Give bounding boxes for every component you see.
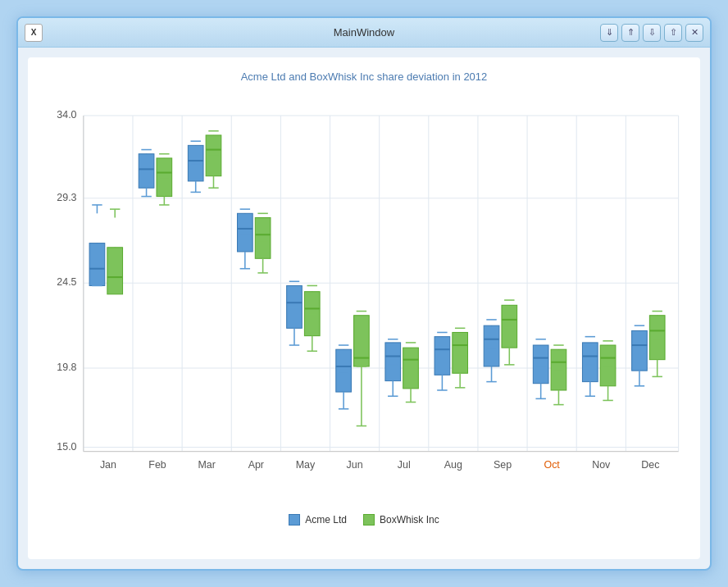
chart-legend: Acme Ltd BoxWhisk Inc	[41, 514, 687, 526]
app-icon: X	[25, 24, 43, 42]
svg-rect-156	[551, 349, 566, 390]
svg-text:Jan: Jan	[100, 459, 116, 471]
svg-rect-135	[484, 325, 499, 366]
main-window: X MainWindow ⇓ ⇑ ⇩ ⇧ ✕ Acme Ltd and BoxW…	[16, 16, 712, 571]
restore-up-button[interactable]: ⇧	[664, 24, 682, 42]
svg-rect-121	[435, 337, 450, 375]
svg-text:15.0: 15.0	[57, 441, 76, 453]
svg-text:34.0: 34.0	[57, 109, 76, 121]
svg-text:Oct: Oct	[544, 459, 560, 471]
svg-text:Jul: Jul	[398, 459, 411, 471]
svg-rect-0	[84, 111, 679, 452]
svg-text:Feb: Feb	[148, 459, 166, 471]
svg-text:May: May	[296, 459, 316, 471]
svg-text:Nov: Nov	[592, 459, 611, 471]
svg-rect-29	[107, 248, 123, 294]
svg-text:Dec: Dec	[641, 459, 659, 471]
window-title: MainWindow	[334, 26, 394, 39]
chart-area: 34.0 29.3 24.5 19.8 15.0	[41, 89, 687, 507]
legend-acme-label: Acme Ltd	[305, 514, 347, 526]
svg-text:Aug: Aug	[444, 459, 462, 471]
svg-text:Sep: Sep	[494, 459, 512, 471]
svg-rect-128	[453, 332, 468, 373]
svg-rect-177	[632, 330, 648, 371]
svg-rect-93	[336, 349, 352, 392]
chart-svg: 34.0 29.3 24.5 19.8 15.0	[41, 89, 687, 507]
restore-down-button[interactable]: ⇩	[643, 24, 661, 42]
svg-rect-142	[502, 305, 517, 348]
svg-text:Apr: Apr	[248, 459, 264, 471]
minimize-down-button[interactable]: ⇓	[600, 24, 618, 42]
svg-text:24.5: 24.5	[57, 276, 76, 288]
svg-text:19.8: 19.8	[57, 362, 76, 373]
maximize-up-button[interactable]: ⇑	[621, 24, 639, 42]
svg-text:Jun: Jun	[347, 459, 363, 471]
svg-rect-65	[238, 213, 253, 252]
legend-boxwhisk-label: BoxWhisk Inc	[380, 514, 439, 526]
chart-container: Acme Ltd and BoxWhisk Inc share deviatio…	[28, 57, 700, 559]
legend-boxwhisk-color	[363, 514, 375, 526]
titlebar: X MainWindow ⇓ ⇑ ⇩ ⇧ ✕	[18, 18, 710, 48]
titlebar-left: X	[25, 24, 43, 42]
svg-text:Mar: Mar	[198, 459, 215, 471]
svg-rect-163	[582, 343, 598, 382]
svg-rect-51	[188, 145, 203, 181]
svg-text:29.3: 29.3	[57, 192, 76, 203]
close-button[interactable]: ✕	[685, 24, 703, 42]
legend-boxwhisk: BoxWhisk Inc	[363, 514, 439, 526]
svg-rect-107	[385, 343, 401, 381]
svg-rect-149	[533, 345, 548, 384]
legend-acme: Acme Ltd	[289, 514, 347, 526]
svg-rect-72	[255, 218, 271, 259]
svg-rect-170	[600, 345, 616, 386]
svg-rect-184	[649, 316, 665, 360]
titlebar-buttons: ⇓ ⇑ ⇩ ⇧ ✕	[600, 24, 703, 42]
chart-title: Acme Ltd and BoxWhisk Inc share deviatio…	[41, 71, 687, 83]
svg-rect-25	[89, 243, 105, 286]
legend-acme-color	[289, 514, 300, 526]
